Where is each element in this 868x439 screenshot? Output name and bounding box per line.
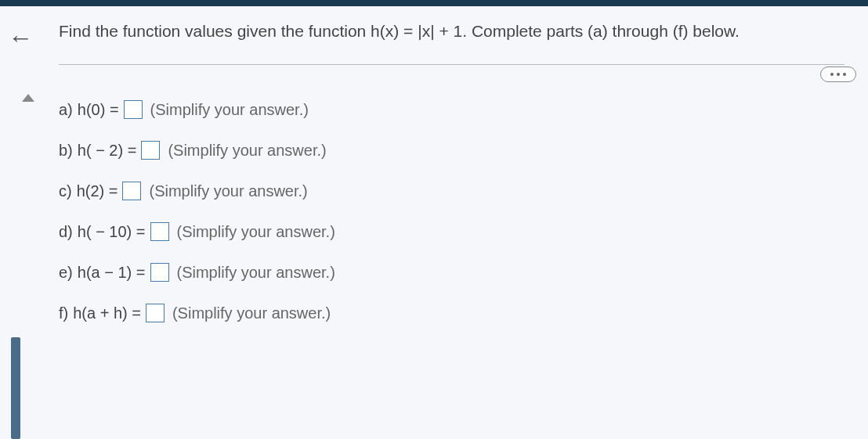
part-label: b) (59, 142, 73, 160)
question-prompt: Find the function values given the funct… (59, 22, 844, 65)
part-expression: h( − 10) = (78, 223, 146, 241)
window-top-bar (0, 0, 868, 6)
progress-indicator (11, 337, 20, 439)
scroll-up-icon[interactable] (22, 94, 34, 102)
answer-input-f[interactable] (146, 304, 165, 322)
dot-icon (843, 73, 846, 76)
content-area: Find the function values given the funct… (59, 6, 868, 322)
answer-input-c[interactable] (122, 182, 141, 200)
answer-input-a[interactable] (124, 100, 143, 119)
part-label: c) (59, 182, 72, 200)
part-hint: (Simplify your answer.) (172, 304, 331, 322)
more-menu-button[interactable] (820, 67, 856, 82)
part-hint: (Simplify your answer.) (168, 142, 326, 160)
part-expression: h(a − 1) = (78, 264, 146, 282)
questions-list: a) h(0) = (Simplify your answer.) b) h( … (59, 100, 844, 322)
part-expression: h( − 2) = (78, 142, 137, 160)
part-expression: h(0) = (78, 101, 119, 119)
part-hint: (Simplify your answer.) (177, 264, 335, 282)
question-a: a) h(0) = (Simplify your answer.) (59, 100, 844, 119)
part-hint: (Simplify your answer.) (150, 101, 309, 119)
dot-icon (830, 73, 834, 76)
part-expression: h(2) = (77, 182, 118, 200)
back-arrow-icon[interactable]: ← (8, 23, 33, 52)
answer-input-e[interactable] (150, 263, 169, 282)
part-label: e) (59, 264, 73, 282)
question-f: f) h(a + h) = (Simplify your answer.) (59, 304, 844, 322)
question-b: b) h( − 2) = (Simplify your answer.) (59, 141, 844, 160)
part-expression: h(a + h) = (73, 304, 141, 322)
dot-icon (837, 73, 840, 76)
part-hint: (Simplify your answer.) (177, 223, 335, 241)
answer-input-b[interactable] (141, 141, 160, 160)
question-e: e) h(a − 1) = (Simplify your answer.) (59, 263, 844, 282)
answer-input-d[interactable] (150, 222, 169, 241)
part-label: f) (59, 304, 68, 322)
part-hint: (Simplify your answer.) (149, 182, 307, 200)
part-label: a) (59, 101, 73, 119)
part-label: d) (59, 223, 73, 241)
question-d: d) h( − 10) = (Simplify your answer.) (59, 222, 844, 241)
question-c: c) h(2) = (Simplify your answer.) (59, 182, 844, 200)
